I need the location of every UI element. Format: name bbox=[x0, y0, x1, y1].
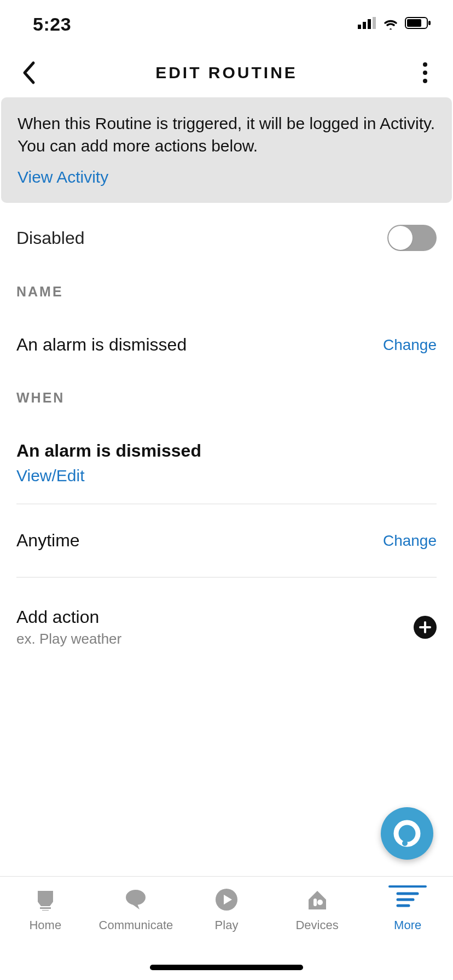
back-button[interactable] bbox=[15, 59, 43, 86]
trigger-value: An alarm is dismissed bbox=[16, 441, 437, 461]
more-icon bbox=[394, 886, 421, 913]
more-options-button[interactable] bbox=[417, 59, 433, 86]
svg-point-8 bbox=[423, 71, 427, 75]
page-title: EDIT ROUTINE bbox=[155, 63, 298, 82]
home-icon bbox=[32, 886, 59, 913]
svg-point-9 bbox=[423, 79, 427, 83]
add-action-title: Add action bbox=[16, 607, 121, 627]
tab-label: Home bbox=[29, 918, 61, 932]
routine-name-row: An alarm is dismissed Change bbox=[16, 322, 437, 368]
toggle-knob bbox=[388, 226, 413, 250]
svg-rect-19 bbox=[313, 899, 317, 906]
time-condition-row: Anytime Change bbox=[16, 517, 437, 564]
home-indicator bbox=[150, 965, 303, 970]
svg-rect-1 bbox=[363, 22, 366, 29]
status-icons bbox=[358, 16, 431, 32]
svg-point-12 bbox=[396, 822, 418, 844]
tab-more[interactable]: More bbox=[369, 886, 446, 932]
banner-text: When this Routine is triggered, it will … bbox=[18, 113, 435, 157]
svg-rect-5 bbox=[407, 19, 421, 27]
tab-label: More bbox=[394, 918, 421, 932]
status-bar: 5:23 bbox=[0, 0, 453, 48]
section-label-when: WHEN bbox=[16, 390, 437, 406]
info-banner: When this Routine is triggered, it will … bbox=[1, 97, 452, 203]
nav-header: EDIT ROUTINE bbox=[0, 48, 453, 97]
add-action-button[interactable] bbox=[414, 616, 437, 639]
svg-point-7 bbox=[423, 62, 427, 67]
add-action-row[interactable]: Add action ex. Play weather bbox=[16, 591, 437, 648]
status-time: 5:23 bbox=[33, 14, 71, 35]
enabled-label: Disabled bbox=[16, 228, 85, 248]
tab-label: Devices bbox=[295, 918, 338, 932]
svg-point-13 bbox=[402, 841, 408, 846]
view-activity-link[interactable]: View Activity bbox=[18, 168, 108, 186]
battery-icon bbox=[405, 16, 431, 32]
tab-label: Communicate bbox=[99, 918, 173, 932]
active-tab-indicator bbox=[388, 885, 427, 888]
trigger-row: An alarm is dismissed View/Edit bbox=[16, 428, 437, 491]
svg-point-16 bbox=[126, 890, 146, 905]
devices-icon bbox=[304, 886, 330, 913]
time-condition-value: Anytime bbox=[16, 530, 80, 551]
change-name-link[interactable]: Change bbox=[383, 336, 437, 354]
add-action-example: ex. Play weather bbox=[16, 631, 121, 648]
enabled-toggle-row: Disabled bbox=[16, 203, 437, 271]
play-icon bbox=[213, 886, 240, 913]
routine-name-value: An alarm is dismissed bbox=[16, 335, 187, 355]
tab-label: Play bbox=[215, 918, 239, 932]
svg-rect-15 bbox=[42, 910, 49, 911]
wifi-icon bbox=[382, 16, 399, 32]
svg-point-20 bbox=[317, 900, 323, 905]
alexa-fab[interactable] bbox=[381, 807, 433, 860]
divider bbox=[16, 504, 437, 504]
more-vertical-icon bbox=[422, 62, 428, 84]
svg-rect-2 bbox=[368, 19, 371, 29]
tab-home[interactable]: Home bbox=[7, 886, 84, 932]
section-label-name: NAME bbox=[16, 284, 437, 300]
tab-communicate[interactable]: Communicate bbox=[97, 886, 174, 932]
plus-icon bbox=[419, 621, 431, 633]
communicate-icon bbox=[123, 886, 149, 913]
divider bbox=[16, 577, 437, 578]
enabled-toggle[interactable] bbox=[387, 225, 437, 251]
cellular-icon bbox=[358, 17, 376, 31]
chevron-left-icon bbox=[21, 61, 37, 85]
svg-rect-6 bbox=[428, 21, 431, 25]
alexa-icon bbox=[392, 818, 422, 849]
change-time-link[interactable]: Change bbox=[383, 532, 437, 550]
svg-rect-3 bbox=[373, 17, 376, 29]
svg-rect-0 bbox=[358, 25, 361, 29]
svg-rect-14 bbox=[40, 907, 51, 909]
tab-devices[interactable]: Devices bbox=[279, 886, 356, 932]
tab-play[interactable]: Play bbox=[188, 886, 265, 932]
view-edit-trigger-link[interactable]: View/Edit bbox=[16, 466, 85, 485]
